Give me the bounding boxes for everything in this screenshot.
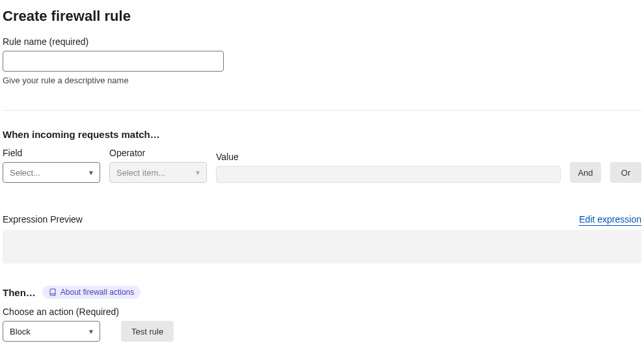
rule-name-label: Rule name (required) [3,36,641,47]
value-input [216,166,561,183]
and-button[interactable]: And [570,162,601,183]
action-select-text: Block [10,327,31,336]
choose-action-label: Choose an action (Required) [3,307,641,317]
test-rule-button[interactable]: Test rule [121,321,174,342]
operator-select-text: Select item... [116,168,165,178]
rule-name-help: Give your rule a descriptive name [3,75,641,85]
chevron-down-icon: ▼ [195,169,201,176]
rule-name-input[interactable] [3,51,224,72]
field-label: Field [3,148,100,158]
or-button[interactable]: Or [610,162,641,183]
about-firewall-actions-text: About firewall actions [60,288,134,297]
chevron-down-icon: ▼ [88,169,94,176]
match-row: Field Select... ▼ Operator Select item..… [3,148,641,183]
chevron-down-icon: ▼ [88,328,94,335]
expression-preview-label: Expression Preview [3,214,83,225]
value-label: Value [216,152,561,162]
action-select[interactable]: Block ▼ [3,321,100,342]
expression-preview-box [3,230,641,264]
field-select-text: Select... [10,168,40,178]
match-heading: When incoming requests match… [3,129,641,140]
page-title: Create firewall rule [3,8,641,25]
operator-select: Select item... ▼ [109,162,207,183]
section-divider [3,110,641,111]
edit-expression-link[interactable]: Edit expression [579,214,641,226]
then-heading: Then… [3,287,36,298]
operator-label: Operator [109,148,207,158]
field-select[interactable]: Select... ▼ [3,162,100,183]
book-icon [49,288,57,296]
about-firewall-actions-link[interactable]: About firewall actions [42,286,141,299]
